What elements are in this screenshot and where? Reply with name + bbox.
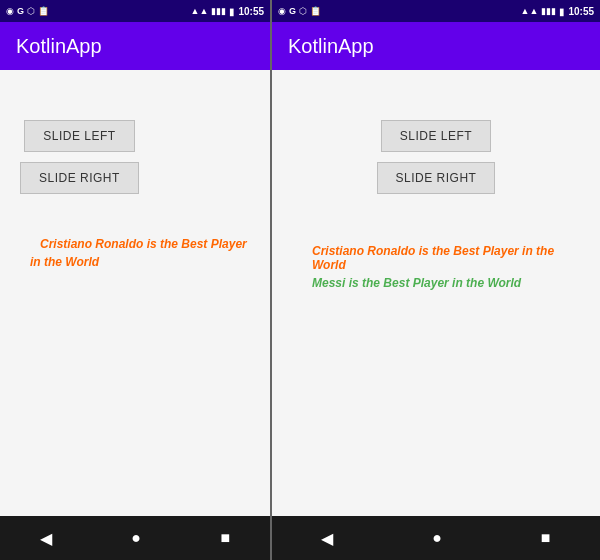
recent-button-right[interactable]: ■	[541, 529, 551, 547]
slide-right-button-right[interactable]: SLIDE RIGHT	[377, 162, 496, 194]
signal-bars-icon: ▮▮▮	[211, 6, 226, 16]
time-right: 10:55	[568, 6, 594, 17]
texts-area-right: Cristiano Ronaldo is the Best Player in …	[292, 244, 580, 290]
app-bar-left: KotlinApp	[0, 22, 270, 70]
time-left: 10:55	[238, 6, 264, 17]
left-phone: ◉ G ⬡ 📋 ▲▲ ▮▮▮ ▮ 10:55 KotlinApp SLIDE L…	[0, 0, 270, 560]
location-icon: ◉	[6, 6, 14, 16]
app-bar-right: KotlinApp	[272, 22, 600, 70]
bottom-nav-left: ◀ ● ■	[0, 516, 270, 560]
wifi-signal-icon: ▲▲	[191, 6, 209, 16]
bottom-nav-right: ◀ ● ■	[272, 516, 600, 560]
slide-right-button[interactable]: SLIDE RIGHT	[20, 162, 139, 194]
back-button-right[interactable]: ◀	[321, 529, 333, 548]
app-title-right: KotlinApp	[288, 35, 374, 58]
buttons-area-left: SLIDE LEFT SLIDE RIGHT	[20, 120, 139, 204]
app-title-left: KotlinApp	[16, 35, 102, 58]
google-icon-r: G	[289, 6, 296, 16]
signal-bars-icon-r: ▮▮▮	[541, 6, 556, 16]
texts-area-left: Cristiano Ronaldo is the Best Player in …	[20, 234, 250, 270]
text-orange-right: Cristiano Ronaldo is the Best Player in …	[312, 244, 580, 272]
recent-button-left[interactable]: ■	[221, 529, 231, 547]
status-left-icons-right: ◉ G ⬡ 📋	[278, 6, 321, 16]
google-icon: G	[17, 6, 24, 16]
slide-left-button[interactable]: SLIDE LEFT	[24, 120, 134, 152]
status-bar-left: ◉ G ⬡ 📋 ▲▲ ▮▮▮ ▮ 10:55	[0, 0, 270, 22]
home-button-left[interactable]: ●	[131, 529, 141, 547]
text-green-right: Messi is the Best Player in the World	[312, 276, 521, 290]
battery-icon-right: ▮	[559, 6, 565, 17]
home-button-right[interactable]: ●	[432, 529, 442, 547]
status-left-icons: ◉ G ⬡ 📋	[6, 6, 49, 16]
text-orange-left: Cristiano Ronaldo is the Best Player in …	[30, 237, 247, 269]
back-button-left[interactable]: ◀	[40, 529, 52, 548]
wifi-signal-icon-r: ▲▲	[521, 6, 539, 16]
status-right-icons-right: ▲▲ ▮▮▮ ▮ 10:55	[521, 6, 594, 17]
buttons-area-right: SLIDE LEFT SLIDE RIGHT	[377, 120, 496, 204]
content-left: SLIDE LEFT SLIDE RIGHT Cristiano Ronaldo…	[0, 70, 270, 516]
content-right: SLIDE LEFT SLIDE RIGHT Cristiano Ronaldo…	[272, 70, 600, 516]
right-phone: ◉ G ⬡ 📋 ▲▲ ▮▮▮ ▮ 10:55 KotlinApp SLIDE L…	[272, 0, 600, 560]
location-icon-r: ◉	[278, 6, 286, 16]
clipboard-icon: 📋	[38, 6, 49, 16]
battery-icon-left: ▮	[229, 6, 235, 17]
status-bar-right: ◉ G ⬡ 📋 ▲▲ ▮▮▮ ▮ 10:55	[272, 0, 600, 22]
clipboard-icon-r: 📋	[310, 6, 321, 16]
pin-icon: ⬡	[27, 6, 35, 16]
status-right-icons: ▲▲ ▮▮▮ ▮ 10:55	[191, 6, 264, 17]
pin-icon-r: ⬡	[299, 6, 307, 16]
slide-left-button-right[interactable]: SLIDE LEFT	[381, 120, 491, 152]
